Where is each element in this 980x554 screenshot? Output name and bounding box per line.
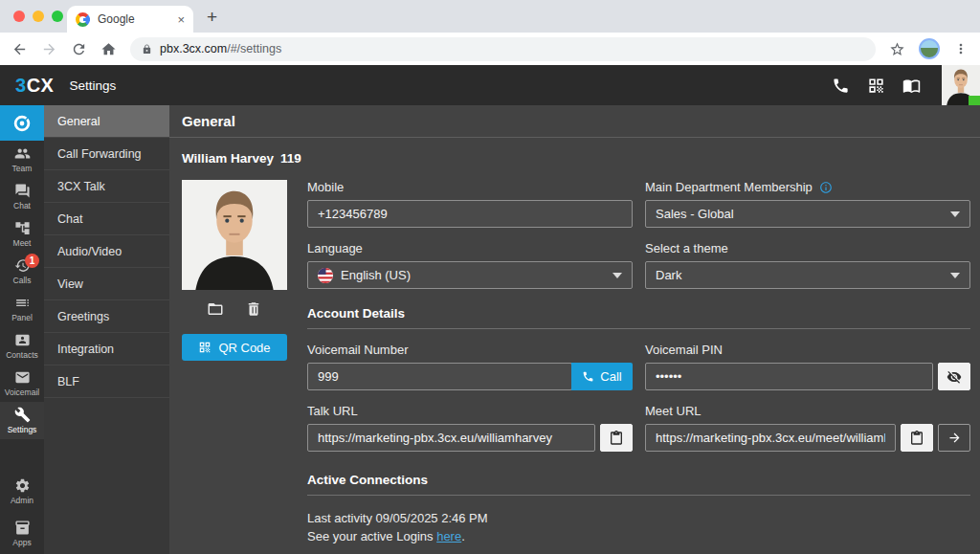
copy-meet-url-button[interactable] [901, 424, 933, 452]
rail-item-settings[interactable]: Settings [0, 402, 44, 439]
qr-code-icon[interactable] [867, 77, 885, 95]
new-tab-button[interactable]: + [207, 6, 217, 29]
back-icon[interactable] [11, 41, 28, 57]
meet-url-label: Meet URL [645, 404, 970, 418]
theme-field-group: Select a theme Dark [645, 241, 970, 289]
delete-trash-icon[interactable] [245, 300, 262, 318]
clipboard-icon [609, 431, 624, 446]
mobile-field-group: Mobile [307, 180, 633, 228]
voicemail-number-input[interactable] [307, 363, 572, 390]
rail-item-contacts[interactable]: Contacts [0, 327, 44, 365]
window-controls [13, 11, 63, 22]
chevron-down-icon [950, 211, 960, 217]
meet-icon [14, 220, 31, 236]
contacts-icon [14, 332, 31, 348]
theme-select[interactable]: Dark [645, 261, 970, 289]
rail-item-admin[interactable]: Admin [0, 470, 44, 512]
theme-label: Select a theme [645, 241, 970, 255]
window-close-button[interactable] [13, 11, 25, 22]
qr-code-button[interactable]: QR Code [182, 334, 287, 361]
presence-status [969, 96, 980, 105]
voicemail-pin-input[interactable] [645, 363, 933, 390]
profile-column: QR Code [182, 180, 287, 545]
sidebar-item-3cx-talk[interactable]: 3CX Talk [44, 170, 169, 203]
department-label: Main Department Membership [645, 180, 970, 194]
browser-profile-avatar[interactable] [919, 38, 940, 59]
user-extension: 119 [280, 151, 301, 166]
info-icon[interactable] [819, 181, 833, 194]
browser-toolbar: pbx.3cx.com/#/settings [0, 33, 980, 65]
sidebar-item-view[interactable]: View [44, 268, 169, 300]
voicemail-icon [14, 369, 31, 386]
eye-off-icon [947, 369, 962, 385]
upload-folder-icon[interactable] [207, 300, 224, 318]
meet-url-group: Meet URL [645, 404, 970, 452]
home-icon[interactable] [100, 41, 117, 57]
sidebar-item-greetings[interactable]: Greetings [44, 300, 169, 333]
rail-3cx-logo-tile[interactable] [0, 105, 44, 141]
sidebar-item-integration[interactable]: Integration [44, 333, 169, 366]
browser-tab[interactable]: Google × [67, 6, 193, 33]
last-activity-text: Last activity 09/05/2025 2:46 PM [307, 509, 970, 527]
calls-badge: 1 [25, 254, 39, 268]
dialer-phone-icon[interactable] [832, 77, 850, 95]
active-connections-header: Active Connections [307, 473, 970, 496]
phone-icon [582, 370, 594, 383]
rail-item-chat[interactable]: Chat [0, 178, 44, 215]
sidebar-item-general[interactable]: General [44, 105, 169, 138]
url-text: pbx.3cx.com/#/settings [160, 42, 281, 55]
user-avatar[interactable] [942, 65, 980, 105]
rail-item-calls[interactable]: Calls 1 [0, 253, 44, 290]
talk-url-group: Talk URL [307, 404, 633, 452]
rail-item-apps[interactable]: Apps [0, 512, 44, 554]
reload-icon[interactable] [71, 41, 87, 57]
panel-icon [14, 295, 31, 311]
address-bar[interactable]: pbx.3cx.com/#/settings [130, 37, 876, 61]
active-logins-link[interactable]: here [436, 529, 461, 543]
talk-url-input[interactable] [307, 424, 595, 452]
department-select[interactable]: Sales - Global [645, 200, 970, 228]
docs-book-icon[interactable] [902, 77, 921, 95]
talk-url-label: Talk URL [307, 404, 633, 418]
copy-talk-url-button[interactable] [600, 424, 633, 452]
account-details-header: Account Details [307, 306, 970, 329]
rail-item-team[interactable]: Team [0, 141, 44, 178]
voicemail-pin-label: Voicemail PIN [645, 343, 970, 357]
language-select[interactable]: English (US) [307, 261, 633, 289]
sidebar-item-audio-video[interactable]: Audio/Video [44, 235, 169, 268]
window-minimize-button[interactable] [33, 11, 44, 22]
forward-icon[interactable] [41, 41, 57, 57]
language-label: Language [307, 241, 633, 255]
arrow-right-icon [947, 431, 962, 445]
mobile-input[interactable] [307, 200, 633, 228]
rail-item-meet[interactable]: Meet [0, 215, 44, 253]
tab-close-icon[interactable]: × [177, 12, 185, 27]
rail-item-voicemail[interactable]: Voicemail [0, 365, 44, 402]
app-header: 3CX Settings [0, 65, 980, 105]
bookmark-star-icon[interactable] [889, 41, 905, 57]
rail-item-panel[interactable]: Panel [0, 290, 44, 327]
tab-title: Google [98, 12, 169, 26]
chevron-down-icon [950, 273, 960, 278]
qr-glyph-icon [198, 341, 212, 354]
lock-icon [142, 44, 152, 55]
call-voicemail-button[interactable]: Call [571, 363, 633, 390]
admin-gear-icon [14, 477, 31, 494]
page-title-bar: General [169, 105, 980, 138]
open-meet-url-button[interactable] [938, 424, 970, 452]
toggle-pin-visibility-button[interactable] [938, 363, 970, 390]
mobile-label: Mobile [307, 180, 633, 194]
sidebar-item-call-forwarding[interactable]: Call Forwarding [44, 138, 169, 170]
sidebar-item-blf[interactable]: BLF [44, 366, 169, 398]
voicemail-number-label: Voicemail Number [307, 343, 633, 357]
sidebar-item-chat[interactable]: Chat [44, 203, 169, 235]
wrench-icon [14, 407, 31, 423]
general-form: Mobile Main Department Membership Sales … [307, 180, 970, 545]
window-maximize-button[interactable] [52, 11, 63, 22]
main-content: General William Harvey119 [169, 105, 980, 554]
icon-rail: Team Chat Meet Calls 1 Panel Contacts Vo… [0, 105, 44, 554]
clipboard-icon [909, 431, 924, 446]
browser-menu-icon[interactable] [953, 41, 969, 56]
team-icon [14, 145, 31, 162]
meet-url-input[interactable] [645, 424, 896, 452]
